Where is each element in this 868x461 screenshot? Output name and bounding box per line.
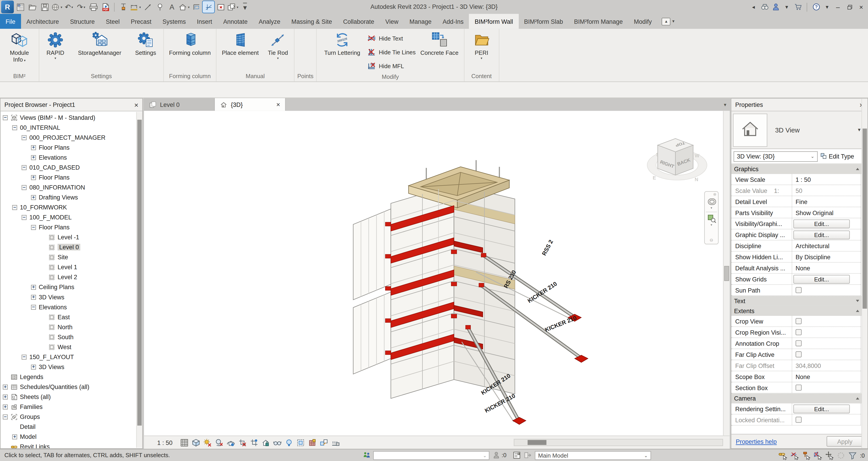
project-browser-scrollbar[interactable] — [136, 112, 142, 448]
tree-item-elevations[interactable]: +Elevations — [0, 152, 142, 162]
tree-item-schedules-quantities-all[interactable]: +Schedules/Quantities (all) — [0, 382, 142, 392]
tab-view[interactable]: View — [380, 14, 404, 29]
tab-modify[interactable]: Modify — [628, 14, 657, 29]
tree-item-sheets-all[interactable]: +Sheets (all) — [0, 392, 142, 402]
3d-model[interactable]: RSS 2RS 210KICKER 210KICKER 210KICKER 21… — [343, 141, 609, 430]
detail-level-icon[interactable] — [180, 438, 188, 447]
tree-expander[interactable]: − — [22, 215, 27, 220]
filter-icon[interactable] — [848, 451, 857, 460]
canvas-vertical-scrollbar[interactable] — [723, 111, 730, 435]
tag-by-category-icon[interactable] — [154, 1, 165, 13]
help-icon[interactable]: ? — [812, 1, 820, 13]
sign-in-icon[interactable] — [771, 1, 780, 13]
chevron-down-icon[interactable]: ▾ — [711, 223, 712, 227]
canvas-horizontal-scrollbar[interactable] — [514, 439, 723, 446]
chevron-up-icon[interactable] — [856, 397, 859, 400]
tab-bim-form-slab[interactable]: BIM²form Slab — [519, 14, 568, 29]
select-pinned-icon[interactable] — [802, 451, 810, 460]
visibility-graphi-edit-button[interactable]: Edit... — [793, 219, 850, 228]
chevron-down-icon[interactable]: ▾ — [711, 206, 712, 210]
tree-item-3d-views[interactable]: +3D Views — [0, 292, 142, 302]
tree-item-detail[interactable]: Detail — [0, 422, 142, 432]
tree-item-level-1[interactable]: Level 1 — [0, 262, 142, 272]
close-icon[interactable]: × — [269, 100, 280, 108]
reveal-constraints-icon[interactable] — [331, 438, 340, 447]
chevron-up-icon[interactable] — [856, 310, 859, 312]
file-properties-icon[interactable] — [14, 1, 26, 13]
tree-item-00-internal[interactable]: −00_INTERNAL — [0, 122, 142, 133]
undo-icon[interactable]: ↶▾ — [63, 1, 75, 13]
tree-item-3d-views[interactable]: +3D Views — [0, 362, 142, 372]
tree-item-000-project-manager[interactable]: −000_PROJECT_MANAGER — [0, 133, 142, 142]
worksets-icon[interactable] — [363, 451, 371, 459]
select-links-icon[interactable] — [778, 451, 787, 460]
tie-rod-button[interactable]: Tie Rod▾ — [264, 29, 292, 61]
peri-button[interactable]: PERI▾ — [466, 29, 497, 61]
tab-analyze[interactable]: Analyze — [253, 14, 286, 29]
tree-item-views-bim-m-standard[interactable]: −Views (BIM² - M - Standard) — [0, 113, 142, 122]
workset-selector[interactable]: ⌄ — [373, 451, 489, 460]
tree-item-floor-plans[interactable]: +Floor Plans — [0, 172, 142, 182]
zoom-region-icon[interactable] — [706, 214, 717, 224]
locked-orientati-checkbox[interactable] — [796, 416, 802, 423]
tree-item-site[interactable]: Site — [0, 252, 142, 262]
turn-lettering-button[interactable]: 350/125Turn Lettering — [318, 29, 366, 56]
tab-architecture[interactable]: Architecture — [21, 14, 64, 29]
tree-item-level-0[interactable]: Level 0 — [0, 242, 142, 252]
drawing-area[interactable]: RSS 2RS 210KICKER 210KICKER 210KICKER 21… — [144, 111, 730, 449]
view-tab-3d[interactable]: {3D}× — [215, 98, 286, 111]
design-option-selector[interactable]: Main Model ⌄ — [535, 451, 651, 460]
settings-button[interactable]: Settings — [130, 29, 162, 56]
tree-item-east[interactable]: East — [0, 312, 142, 322]
scrollbar-thumb[interactable] — [724, 266, 729, 281]
tree-expander[interactable]: + — [31, 364, 36, 369]
tree-item-drafting-views[interactable]: +Drafting Views — [0, 192, 142, 202]
search-icon[interactable] — [760, 1, 769, 13]
help-dropdown-icon[interactable]: ▾ — [823, 1, 832, 13]
displacement-sets-icon[interactable] — [319, 438, 328, 447]
tree-item-level-1[interactable]: Level -1 — [0, 232, 142, 242]
drag-on-selection-icon[interactable] — [825, 451, 834, 460]
tree-item-010-cad-based[interactable]: −010_CAD_BASED — [0, 162, 142, 172]
scrollbar-thumb[interactable] — [137, 120, 142, 426]
tree-item-west[interactable]: West — [0, 342, 142, 352]
ribbon-display-toggle[interactable]: ▲▾ — [662, 14, 674, 29]
render-dialog-icon[interactable] — [226, 438, 235, 447]
chevron-up-icon[interactable] — [856, 168, 859, 170]
tab-collaborate[interactable]: Collaborate — [338, 14, 380, 29]
property-section-text[interactable]: Text — [731, 296, 868, 306]
sun-path-icon[interactable] — [203, 438, 212, 447]
tree-expander[interactable]: − — [22, 185, 27, 190]
properties-help-link[interactable]: Properties help — [736, 438, 777, 445]
tab-file[interactable]: File — [0, 14, 21, 29]
type-selector[interactable]: 3D View ▼ — [731, 111, 868, 149]
storage-manager-button[interactable]: StorageManager — [71, 29, 128, 56]
concrete-face-button[interactable]: Concrete Face — [417, 29, 462, 56]
tree-expander[interactable]: + — [3, 394, 8, 399]
analytical-model-icon[interactable] — [308, 438, 316, 447]
shadows-icon[interactable] — [214, 438, 223, 447]
select-by-face-icon[interactable] — [813, 451, 822, 460]
export-pdf-icon[interactable]: PDF — [100, 1, 111, 13]
tree-item-north[interactable]: North — [0, 322, 142, 332]
properties-scrollbar[interactable] — [862, 99, 868, 448]
tab-annotate[interactable]: Annotate — [218, 14, 253, 29]
tree-item-south[interactable]: South — [0, 332, 142, 342]
select-underlay-icon[interactable] — [790, 451, 799, 460]
property-value-text[interactable]: By Discipline — [793, 254, 831, 260]
rendering-settin-edit-button[interactable]: Edit... — [793, 404, 850, 413]
tab-bim-form-manage[interactable]: BIM²form Manage — [568, 14, 628, 29]
edit-type-button[interactable]: Edit Type — [820, 153, 854, 160]
collapse-icon[interactable]: ⊖ — [710, 238, 713, 244]
tab-massing-site[interactable]: Massing & Site — [286, 14, 338, 29]
close-icon[interactable]: ⊗ — [713, 192, 718, 197]
module-info-button[interactable]: ModuleInfo▾ — [2, 29, 37, 64]
visual-style-icon[interactable] — [191, 438, 200, 447]
tree-item-elevations[interactable]: −Elevations — [0, 302, 142, 312]
tab-structure[interactable]: Structure — [64, 14, 100, 29]
chevron-down-icon[interactable] — [856, 300, 859, 302]
property-value-text[interactable]: None — [793, 265, 810, 271]
tree-item-10-formwork[interactable]: −10_FORMWORK — [0, 202, 142, 212]
annotation-crop-checkbox[interactable] — [796, 340, 802, 346]
view-cube[interactable]: S W E N TOP RIGHT BACK — [641, 132, 714, 194]
